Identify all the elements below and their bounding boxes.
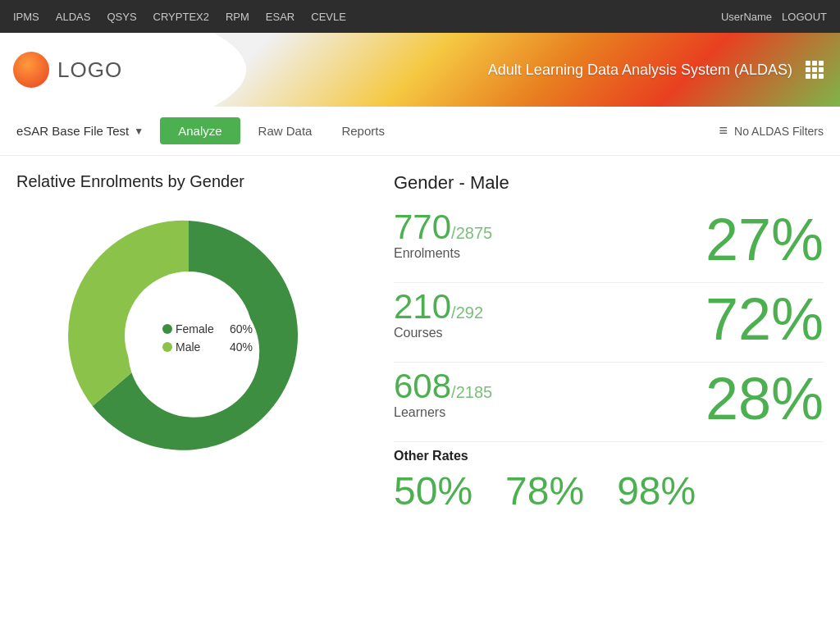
stats-section: Gender - Male 770/2875 Enrolments 27% 21… bbox=[377, 172, 824, 622]
grid-menu-icon[interactable] bbox=[806, 61, 824, 79]
learners-row: 608/2185 Learners 28% bbox=[394, 369, 824, 428]
logo-icon bbox=[13, 52, 49, 88]
enrolments-percent: 27% bbox=[705, 210, 824, 269]
other-rates-title: Other Rates bbox=[394, 449, 824, 463]
other-rate-2: 78% bbox=[505, 468, 584, 514]
divider-1 bbox=[394, 282, 824, 283]
svg-text:Female: Female bbox=[176, 322, 214, 336]
top-nav-items: IPMS ALDAS QSYS CRYPTEX2 RPM ESAR CEVLE bbox=[13, 11, 346, 23]
dropdown-arrow-icon: ▼ bbox=[134, 126, 144, 137]
reports-tab[interactable]: Reports bbox=[326, 117, 399, 144]
rawdata-tab[interactable]: Raw Data bbox=[244, 117, 327, 144]
learners-label: Learners bbox=[394, 405, 705, 420]
donut-center bbox=[125, 272, 253, 399]
learners-number: 608/2185 bbox=[394, 369, 705, 404]
courses-label: Courses bbox=[394, 326, 705, 340]
analyze-button[interactable]: Analyze bbox=[160, 117, 240, 144]
svg-text:40%: 40% bbox=[230, 340, 253, 354]
other-rate-3: 98% bbox=[617, 468, 696, 514]
svg-text:60%: 60% bbox=[230, 322, 253, 336]
courses-left: 210/292 Courses bbox=[394, 290, 705, 340]
main-content: Relative Enrolments by Gender Female bbox=[0, 156, 840, 630]
chart-title: Relative Enrolments by Gender bbox=[16, 172, 361, 191]
donut-chart: Female 60% Male 40% bbox=[57, 204, 320, 467]
dataset-label: eSAR Base File Test bbox=[16, 124, 129, 138]
toolbar: eSAR Base File Test ▼ Analyze Raw Data R… bbox=[0, 107, 840, 156]
stats-title: Gender - Male bbox=[394, 172, 824, 194]
donut-svg: Female 60% Male 40% bbox=[57, 204, 320, 467]
divider-2 bbox=[394, 362, 824, 363]
logo-area: LOGO bbox=[13, 52, 122, 88]
filter-icon: ≡ bbox=[719, 122, 728, 139]
nav-aldas[interactable]: ALDAS bbox=[56, 11, 91, 23]
nav-cryptex2[interactable]: CRYPTEX2 bbox=[153, 11, 209, 23]
divider-3 bbox=[394, 441, 824, 442]
top-nav-right: UserName LOGOUT bbox=[721, 11, 827, 23]
logo-text: LOGO bbox=[57, 57, 122, 83]
logout-button[interactable]: LOGOUT bbox=[782, 11, 827, 23]
nav-esar[interactable]: ESAR bbox=[266, 11, 294, 23]
svg-point-3 bbox=[162, 342, 172, 352]
nav-qsys[interactable]: QSYS bbox=[107, 11, 136, 23]
courses-percent: 72% bbox=[705, 290, 824, 349]
courses-row: 210/292 Courses 72% bbox=[394, 290, 824, 349]
svg-point-0 bbox=[162, 324, 172, 334]
nav-rpm[interactable]: RPM bbox=[226, 11, 249, 23]
enrolments-number: 770/2875 bbox=[394, 210, 705, 244]
courses-number: 210/292 bbox=[394, 290, 705, 324]
filter-label: No ALDAS Filters bbox=[734, 125, 824, 138]
header-title: Adult Learning Data Analysis System (ALD… bbox=[488, 62, 792, 79]
header-right: Adult Learning Data Analysis System (ALD… bbox=[488, 61, 824, 79]
dataset-selector[interactable]: eSAR Base File Test ▼ bbox=[16, 124, 144, 138]
other-rates-row: 50% 78% 98% bbox=[394, 468, 824, 514]
chart-section: Relative Enrolments by Gender Female bbox=[16, 172, 361, 622]
header-banner: LOGO Adult Learning Data Analysis System… bbox=[0, 33, 840, 107]
enrolments-left: 770/2875 Enrolments bbox=[394, 210, 705, 261]
nav-cevle[interactable]: CEVLE bbox=[311, 11, 346, 23]
svg-text:Male: Male bbox=[176, 340, 201, 354]
nav-ipms[interactable]: IPMS bbox=[13, 11, 39, 23]
filter-area[interactable]: ≡ No ALDAS Filters bbox=[719, 122, 824, 139]
learners-left: 608/2185 Learners bbox=[394, 369, 705, 420]
top-navigation: IPMS ALDAS QSYS CRYPTEX2 RPM ESAR CEVLE … bbox=[0, 0, 840, 33]
other-rate-1: 50% bbox=[394, 468, 472, 514]
enrolments-row: 770/2875 Enrolments 27% bbox=[394, 210, 824, 269]
username-label: UserName bbox=[721, 11, 772, 23]
enrolments-label: Enrolments bbox=[394, 246, 705, 261]
learners-percent: 28% bbox=[705, 369, 824, 428]
